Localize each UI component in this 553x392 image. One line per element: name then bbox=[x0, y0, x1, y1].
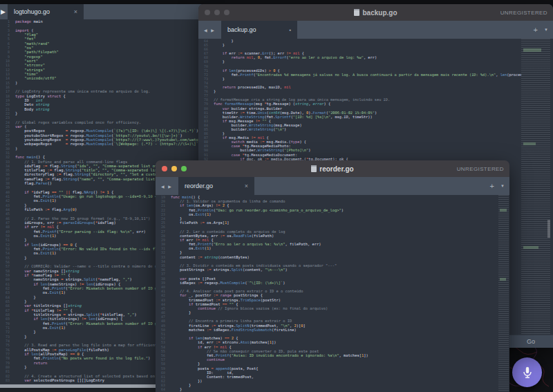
traffic-lights bbox=[205, 10, 229, 15]
tab-backup[interactable]: backup.go ● bbox=[221, 21, 297, 39]
title-bar[interactable]: backup.go UNREGISTERED bbox=[198, 4, 553, 21]
minimap-code-texture bbox=[523, 48, 541, 52]
tab-bar-actions: + ▼ bbox=[534, 26, 548, 34]
close-window-button[interactable] bbox=[162, 166, 167, 171]
minimize-window-button[interactable] bbox=[214, 10, 220, 15]
code-line[interactable]: 72 fmt.Printf("Encontradas %d mensagens … bbox=[198, 73, 521, 77]
window-title: backup.go bbox=[362, 9, 397, 17]
registration-status-badge: UNREGISTERED bbox=[457, 166, 504, 172]
tab-logtohugo[interactable]: logtohugo.go × bbox=[8, 4, 84, 19]
title-bar[interactable]: reorder.go UNREGISTERED bbox=[156, 160, 509, 177]
line-number: 64 bbox=[156, 387, 167, 391]
close-tab-icon[interactable]: × bbox=[245, 183, 248, 189]
tab-overflow-icon[interactable]: ▼ bbox=[544, 28, 548, 32]
new-tab-icon[interactable]: + bbox=[534, 26, 538, 34]
microphone-icon bbox=[520, 365, 535, 380]
tab-reorder[interactable]: reorder.go × bbox=[178, 177, 254, 195]
tab-label: backup.go bbox=[227, 26, 256, 33]
tab-bar: ◀ ▶ backup.go ● + ▼ bbox=[198, 21, 553, 39]
nav-back-icon[interactable]: ◀ bbox=[204, 28, 209, 32]
zoom-window-button[interactable] bbox=[224, 10, 229, 15]
new-tab-icon[interactable]: + bbox=[490, 182, 494, 190]
code-editor-reorder[interactable]: 19func main() {20 // 1. Validar os argum… bbox=[156, 195, 498, 392]
close-tab-icon[interactable]: × bbox=[74, 8, 77, 15]
line-number: 83 bbox=[0, 378, 12, 382]
tab-overflow-icon[interactable]: ▼ bbox=[500, 184, 505, 188]
code-line[interactable]: 64 } bbox=[156, 387, 498, 391]
minimap-code-texture bbox=[523, 246, 538, 249]
registration-status-badge: UNREGISTERED bbox=[500, 10, 547, 16]
code-line[interactable]: 29 webpageRegex = regexp.MustCompile(`\[… bbox=[0, 142, 202, 146]
minimap[interactable] bbox=[498, 195, 509, 392]
history-nav-icons[interactable]: ◀ ▶ bbox=[161, 184, 173, 189]
tab-scroll-right-icon[interactable]: ▶ bbox=[1, 8, 6, 15]
minimap-code-texture bbox=[500, 278, 506, 281]
tab-bar-actions: + ▼ bbox=[490, 182, 505, 190]
window-reorder: reorder.go UNREGISTERED ◀ ▶ reorder.go ×… bbox=[156, 160, 509, 392]
tab-label: logtohugo.go bbox=[14, 8, 50, 15]
minimap[interactable] bbox=[521, 39, 550, 335]
window-title: reorder.go bbox=[319, 165, 353, 173]
file-icon bbox=[354, 9, 359, 16]
zoom-window-button[interactable] bbox=[181, 166, 187, 171]
voice-mic-button[interactable] bbox=[512, 357, 542, 387]
tab-bar: ▶ logtohugo.go × bbox=[0, 4, 202, 19]
traffic-lights bbox=[162, 166, 187, 171]
modified-dot-icon: ● bbox=[289, 28, 291, 32]
minimap-code-texture bbox=[523, 142, 536, 145]
history-nav-icons[interactable]: ◀ ▶ bbox=[204, 28, 216, 32]
minimap-code-texture bbox=[500, 209, 507, 212]
desktop: ▶ logtohugo.go × 1package main23import (… bbox=[0, 0, 553, 392]
nav-back-icon[interactable]: ◀ bbox=[161, 185, 166, 189]
syntax-mode-label[interactable]: Go bbox=[527, 338, 535, 345]
tab-label: reorder.go bbox=[185, 183, 213, 189]
nav-forward-icon[interactable]: ▶ bbox=[168, 185, 173, 189]
file-icon bbox=[311, 165, 317, 172]
vertical-scrollbar[interactable] bbox=[547, 220, 550, 238]
tab-bar: ◀ ▶ reorder.go × + ▼ bbox=[156, 177, 509, 195]
minimize-window-button[interactable] bbox=[171, 166, 177, 171]
close-window-button[interactable] bbox=[205, 10, 210, 15]
nav-forward-icon[interactable]: ▶ bbox=[211, 28, 216, 32]
